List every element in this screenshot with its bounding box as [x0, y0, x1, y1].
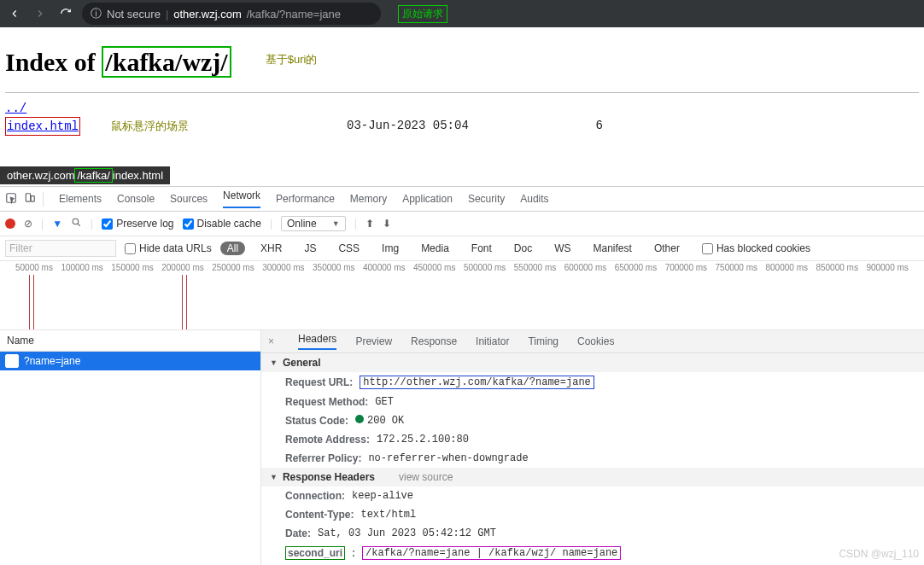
info-icon: ⓘ — [91, 6, 102, 21]
v-referrer-policy: no-referrer-when-downgrade — [368, 452, 528, 464]
tab-performance[interactable]: Performance — [276, 193, 335, 205]
type-js[interactable]: JS — [297, 242, 323, 255]
upload-har-icon[interactable]: ⬆ — [366, 218, 374, 230]
tab-audits[interactable]: Audits — [520, 193, 548, 205]
dtab-response[interactable]: Response — [411, 335, 457, 347]
page-content: Index of /kafka/wzj/ 基于$uri的 ../ index.h… — [0, 27, 924, 136]
url-path: /kafka/?name=jane — [247, 8, 341, 20]
network-timeline[interactable]: 50000 ms100000 ms150000 ms200000 ms25000… — [0, 261, 924, 330]
back-button[interactable] — [5, 4, 24, 23]
svg-rect-2 — [31, 195, 34, 201]
throttling-select[interactable]: Online▼ — [281, 216, 346, 231]
hover-annotation: 鼠标悬浮的场景 — [111, 120, 189, 133]
directory-listing: ../ index.html 鼠标悬浮的场景 03-Jun-2023 05:04… — [5, 100, 919, 136]
search-icon[interactable] — [71, 217, 82, 230]
view-source-link[interactable]: view source — [399, 471, 453, 483]
v-second-uri: /kafka/?name=jane | /kafka/wzj/ name=jan… — [362, 546, 621, 560]
inspect-icon[interactable] — [5, 192, 17, 207]
filter-input[interactable]: Filter — [5, 240, 116, 257]
k-second-uri: second_uri — [285, 546, 345, 560]
dtab-timing[interactable]: Timing — [528, 335, 558, 347]
tab-application[interactable]: Application — [402, 193, 453, 205]
v-content-type: text/html — [360, 509, 416, 521]
filter-toggle-icon[interactable]: ▼ — [52, 218, 62, 230]
type-other[interactable]: Other — [647, 242, 687, 255]
v-date: Sat, 03 Jun 2023 05:42:12 GMT — [318, 527, 496, 539]
type-all[interactable]: All — [220, 242, 245, 255]
v-connection: keep-alive — [352, 490, 413, 502]
parent-dir-link[interactable]: ../ — [5, 102, 26, 115]
type-font[interactable]: Font — [465, 242, 499, 255]
file-link-index[interactable]: index.html — [7, 119, 79, 133]
request-list: Name ?name=jane — [0, 330, 261, 565]
dtab-cookies[interactable]: Cookies — [577, 335, 614, 347]
type-ws[interactable]: WS — [547, 242, 577, 255]
hover-url-highlight: /kafka/ — [74, 168, 112, 183]
devtools-panel: Elements Console Sources Network Perform… — [0, 186, 924, 565]
section-response-headers[interactable]: Response Headers view source — [261, 468, 924, 486]
tab-elements[interactable]: Elements — [59, 193, 102, 205]
reqlist-header-name[interactable]: Name — [0, 330, 260, 352]
k-request-method: Request Method: — [285, 396, 368, 408]
k-status-code: Status Code: — [285, 415, 348, 427]
download-har-icon[interactable]: ⬇ — [383, 218, 391, 230]
clear-button[interactable]: ⊘ — [24, 218, 32, 230]
tab-memory[interactable]: Memory — [350, 193, 387, 205]
dtab-headers[interactable]: Headers — [298, 333, 336, 350]
status-dot-icon — [355, 415, 364, 423]
file-date: 03-Jun-2023 05:04 — [347, 117, 569, 136]
dtab-initiator[interactable]: Initiator — [476, 335, 509, 347]
k-remote-addr: Remote Address: — [285, 434, 370, 446]
record-button[interactable] — [5, 218, 15, 229]
detail-tabs: × Headers Preview Response Initiator Tim… — [261, 330, 924, 353]
document-icon — [5, 354, 19, 368]
type-img[interactable]: Img — [375, 242, 406, 255]
address-bar[interactable]: ⓘ Not secure | other.wzj.com/kafka/?name… — [82, 3, 381, 25]
type-manifest[interactable]: Manifest — [587, 242, 639, 255]
request-detail: × Headers Preview Response Initiator Tim… — [261, 330, 924, 565]
url-host: other.wzj.com — [173, 8, 241, 20]
svg-rect-1 — [26, 193, 30, 201]
dtab-preview[interactable]: Preview — [355, 335, 392, 347]
tab-network[interactable]: Network — [223, 189, 260, 208]
k-referrer-policy: Referrer Policy: — [285, 452, 361, 464]
annotation-original-request: 原始请求 — [398, 5, 447, 23]
tab-sources[interactable]: Sources — [170, 193, 208, 205]
not-secure-label: Not secure — [107, 8, 161, 20]
request-row[interactable]: ?name=jane — [0, 352, 260, 370]
browser-toolbar: ⓘ Not secure | other.wzj.com/kafka/?name… — [0, 0, 924, 27]
k-date: Date: — [285, 527, 311, 539]
tab-security[interactable]: Security — [468, 193, 505, 205]
network-filter-bar: Filter Hide data URLs All XHR JS CSS Img… — [0, 236, 924, 261]
type-media[interactable]: Media — [414, 242, 456, 255]
page-title: Index of /kafka/wzj/ — [5, 48, 231, 77]
preserve-log-checkbox[interactable]: Preserve log — [102, 218, 173, 230]
section-general[interactable]: General — [261, 353, 924, 372]
network-toolbar: ⊘ | ▼ | Preserve log Disable cache | Onl… — [0, 212, 924, 236]
k-content-type: Content-Type: — [285, 509, 354, 521]
request-row-label: ?name=jane — [24, 355, 80, 367]
v-status-code: 200 OK — [355, 415, 404, 427]
svg-point-3 — [73, 218, 79, 224]
forward-button[interactable] — [31, 4, 50, 23]
type-css[interactable]: CSS — [331, 242, 366, 255]
k-request-url: Request URL: — [285, 376, 353, 388]
disable-cache-checkbox[interactable]: Disable cache — [183, 218, 261, 230]
file-size: 6 — [569, 117, 603, 136]
heading-uri-box: /kafka/wzj/ — [102, 46, 231, 78]
hover-url-statusbar: other.wzj.com/kafka/index.html — [0, 166, 170, 184]
v-remote-addr: 172.25.2.100:80 — [377, 434, 469, 446]
v-request-url: http://other.wzj.com/kafka/?name=jane — [360, 376, 594, 389]
type-xhr[interactable]: XHR — [254, 242, 289, 255]
k-second-uri-colon: : — [352, 547, 355, 559]
type-doc[interactable]: Doc — [507, 242, 539, 255]
reload-button[interactable] — [56, 4, 75, 23]
hide-data-urls-checkbox[interactable]: Hide data URLs — [125, 242, 212, 254]
devtools-top-tabs: Elements Console Sources Network Perform… — [0, 187, 924, 212]
has-blocked-cookies-checkbox[interactable]: Has blocked cookies — [702, 242, 810, 254]
tab-console[interactable]: Console — [117, 193, 155, 205]
k-connection: Connection: — [285, 490, 345, 502]
device-toggle-icon[interactable] — [24, 192, 36, 207]
close-detail-icon[interactable]: × — [268, 335, 274, 347]
heading-note: 基于$uri的 — [266, 52, 318, 67]
